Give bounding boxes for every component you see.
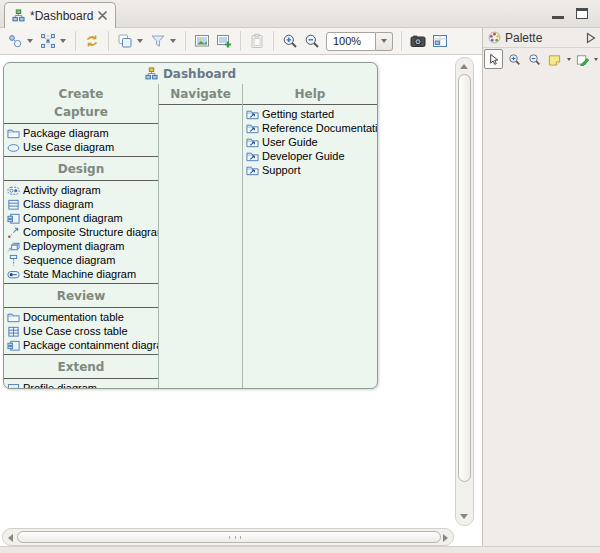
edit-pencil-icon — [576, 53, 589, 66]
zoom-level-value[interactable]: 100% — [326, 32, 376, 51]
horizontal-scrollbar[interactable] — [2, 528, 454, 546]
chevron-down-icon — [381, 39, 387, 43]
window-bottom-edge — [0, 546, 600, 553]
column-header-create: Create — [4, 84, 158, 102]
diagram-canvas[interactable]: Dashboard Create Capture Package diagram… — [0, 55, 482, 546]
column-header-help: Help — [243, 84, 377, 102]
divider — [4, 307, 158, 308]
zoom-in-icon — [508, 53, 521, 66]
chevron-down-icon[interactable] — [137, 39, 143, 43]
scroll-right-icon[interactable] — [443, 534, 448, 542]
camera-snapshot-button[interactable] — [407, 30, 429, 52]
palette-title: Palette — [505, 31, 542, 45]
zoom-combo-dropdown[interactable] — [376, 32, 393, 51]
help-topic-icon — [246, 108, 259, 121]
divider — [4, 156, 158, 157]
item-state-machine-diagram[interactable]: State Machine diagram — [4, 267, 158, 281]
section-header-capture: Capture — [4, 102, 158, 121]
help-item-reference-documentation[interactable]: Reference Documentation — [243, 121, 377, 135]
copy-appearance-button[interactable] — [114, 30, 136, 52]
diagram-elements-button[interactable] — [4, 30, 26, 52]
connection-tool[interactable] — [573, 49, 592, 69]
item-activity-diagram[interactable]: Activity diagram — [4, 183, 158, 197]
vertical-scroll-thumb[interactable] — [458, 74, 471, 482]
item-documentation-table[interactable]: Documentation table — [4, 310, 158, 324]
editor-tab-bar: *Dashboard — [0, 0, 600, 28]
column-navigate: Navigate — [159, 84, 243, 388]
help-topic-icon — [246, 150, 259, 163]
scroll-up-icon[interactable] — [460, 64, 468, 69]
horizontal-scroll-thumb[interactable] — [17, 531, 441, 543]
activity-diagram-icon — [7, 184, 20, 197]
view-controls — [552, 8, 588, 19]
scroll-left-icon[interactable] — [8, 534, 13, 542]
zoom-out-button[interactable] — [301, 30, 323, 52]
minimize-icon[interactable] — [552, 8, 564, 19]
item-profile-diagram[interactable]: Profile diagram — [4, 381, 158, 388]
item-composite-structure-diagram[interactable]: Composite Structure diagram — [4, 225, 158, 239]
note-tool[interactable] — [545, 49, 564, 69]
zoom-out-icon — [528, 53, 541, 66]
package-containment-diagram-icon — [7, 339, 20, 352]
tab-title: *Dashboard — [30, 9, 93, 23]
arrange-layout-button[interactable] — [37, 30, 59, 52]
toolbar-separator — [273, 31, 274, 51]
documentation-table-icon — [7, 311, 20, 324]
close-tab-icon[interactable] — [98, 11, 107, 20]
thumb-grip — [229, 536, 241, 539]
chevron-down-icon[interactable] — [60, 39, 66, 43]
palette-zoom-out-tool[interactable] — [525, 49, 544, 69]
dashboard-icon — [145, 67, 158, 80]
chevron-down-icon[interactable] — [170, 39, 176, 43]
item-component-diagram[interactable]: Component diagram — [4, 211, 158, 225]
item-package-containment-diagram[interactable]: Package containment diagram — [4, 338, 158, 352]
collapse-right-icon[interactable] — [586, 32, 596, 44]
model-hierarchy-icon — [12, 9, 25, 22]
zoom-in-button[interactable] — [279, 30, 301, 52]
add-image-button[interactable] — [213, 30, 235, 52]
help-item-support[interactable]: Support — [243, 163, 377, 177]
diagram-overview-button[interactable] — [429, 30, 451, 52]
scroll-down-icon[interactable] — [460, 514, 468, 519]
profile-diagram-icon — [7, 382, 20, 389]
palette-zoom-in-tool[interactable] — [504, 49, 523, 69]
column-help: Help Getting started Reference Documenta… — [243, 84, 377, 388]
dashboard-panel: Dashboard Create Capture Package diagram… — [3, 62, 378, 389]
help-item-getting-started[interactable]: Getting started — [243, 107, 377, 121]
item-sequence-diagram[interactable]: Sequence diagram — [4, 253, 158, 267]
item-class-diagram[interactable]: Class diagram — [4, 197, 158, 211]
toolbar-separator — [185, 31, 186, 51]
divider — [4, 283, 158, 284]
export-image-button[interactable] — [191, 30, 213, 52]
vertical-scrollbar[interactable] — [455, 57, 474, 526]
filter-button[interactable] — [147, 30, 169, 52]
select-tool[interactable] — [484, 49, 503, 69]
item-use-case-diagram[interactable]: Use Case diagram — [4, 140, 158, 154]
item-package-diagram[interactable]: Package diagram — [4, 126, 158, 140]
help-item-developer-guide[interactable]: Developer Guide — [243, 149, 377, 163]
chevron-down-icon[interactable] — [27, 39, 33, 43]
sync-button[interactable] — [81, 30, 103, 52]
section-header-design: Design — [4, 159, 158, 178]
help-topic-icon — [246, 164, 259, 177]
use-case-cross-table-icon — [7, 325, 20, 338]
section-header-extend: Extend — [4, 357, 158, 376]
component-diagram-icon — [7, 212, 20, 225]
maximize-icon[interactable] — [576, 8, 588, 19]
editor-tab-dashboard[interactable]: *Dashboard — [4, 2, 116, 28]
application-window: *Dashboard 100% — [0, 0, 600, 553]
zoom-level-combo[interactable]: 100% — [326, 32, 393, 51]
class-diagram-icon — [7, 198, 20, 211]
chevron-down-icon[interactable] — [567, 58, 571, 61]
sequence-diagram-icon — [7, 254, 20, 267]
toolbar-separator — [75, 31, 76, 51]
column-header-navigate: Navigate — [159, 84, 242, 102]
help-item-user-guide[interactable]: User Guide — [243, 135, 377, 149]
divider — [243, 104, 377, 105]
chevron-down-icon[interactable] — [594, 58, 598, 61]
item-deployment-diagram[interactable]: Deployment diagram — [4, 239, 158, 253]
toolbar-separator — [108, 31, 109, 51]
item-use-case-cross-table[interactable]: Use Case cross table — [4, 324, 158, 338]
palette-header[interactable]: Palette — [483, 28, 600, 48]
help-topic-icon — [246, 136, 259, 149]
